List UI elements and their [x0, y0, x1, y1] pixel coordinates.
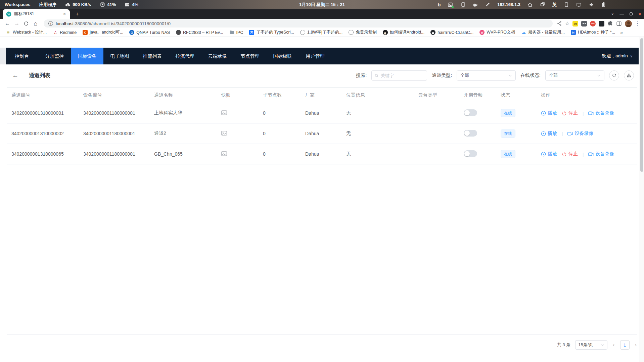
table-header-row: 通道编号 设备编号 通道名称 快照 子节点数 厂家 位置信息 云台类型 开启音频… [7, 88, 637, 103]
play-button[interactable]: 播放 [541, 151, 557, 157]
device-record-button[interactable]: 设备录像 [588, 151, 614, 157]
bookmark-item[interactable]: Cjava、android可... [80, 29, 126, 36]
home-tray-icon[interactable] [527, 2, 533, 7]
nav-item-e-map[interactable]: 电子地图 [103, 48, 136, 64]
extension-mask-icon[interactable] [581, 21, 587, 27]
play-button[interactable]: 播放 [541, 110, 557, 116]
bookmark-item[interactable]: 1.8W字|了不起的... [298, 29, 345, 36]
memory-indicator[interactable]: 4% [125, 2, 138, 7]
channel-type-select[interactable]: 全部 [457, 70, 516, 81]
reload-button[interactable] [22, 19, 30, 28]
nav-item-console[interactable]: 控制台 [6, 48, 38, 64]
snapshot-thumbnail[interactable] [221, 110, 227, 115]
nav-item-cloud-record[interactable]: 云端录像 [201, 48, 234, 64]
windows-switcher-icon[interactable] [540, 2, 545, 7]
input-method-indicator[interactable]: 英 [552, 2, 557, 8]
snapshot-thumbnail[interactable] [221, 131, 227, 136]
phone-link-icon[interactable] [564, 2, 569, 7]
nav-item-node-manage[interactable]: 节点管理 [234, 48, 266, 64]
device-record-button[interactable]: 设备录像 [588, 110, 614, 116]
net-speed-indicator[interactable]: 900 KB/s [65, 2, 91, 7]
cell-channel-name: 通道2 [154, 131, 221, 137]
prev-page-button[interactable]: ‹ [612, 342, 615, 348]
refresh-button[interactable] [609, 70, 619, 81]
volume-icon[interactable] [589, 2, 594, 7]
bookmark-item[interactable]: ∴Redmine [50, 29, 79, 36]
snapshot-thumbnail[interactable] [221, 151, 227, 156]
cell-location: 无 [346, 131, 418, 137]
bookmark-star-icon[interactable]: ☆ [565, 20, 569, 27]
tab-search-chevron-icon[interactable]: ∨ [611, 12, 614, 16]
home-button[interactable]: ⌂ [32, 19, 40, 28]
user-menu[interactable]: 欢迎，admin ∨ [602, 48, 633, 64]
page-back-button[interactable]: ← [12, 72, 18, 79]
tab-close-icon[interactable]: × [62, 11, 67, 16]
scrollbar-thumb[interactable] [640, 38, 643, 172]
profile-avatar[interactable] [625, 20, 632, 27]
extension-js-icon[interactable]: JS [572, 21, 578, 27]
bookmarks-overflow-chevron[interactable]: » [620, 30, 623, 35]
window-close-button[interactable]: × [638, 12, 641, 16]
bookmark-item[interactable]: RFC2833 – RTP Ev... [174, 29, 226, 36]
bing-tray-icon[interactable]: b [438, 2, 441, 7]
bookmark-item[interactable]: QQNAP Turbo NAS [127, 29, 172, 36]
photos-tray-icon[interactable] [448, 2, 453, 7]
bookmark-item[interactable]: ☁服务器 - 轻量应用... [519, 29, 567, 36]
audio-toggle[interactable] [464, 109, 477, 116]
cpu-indicator[interactable]: 41% [100, 2, 116, 7]
next-page-button[interactable]: › [634, 342, 637, 348]
address-bar[interactable]: i localhost:38080/#/channelList/34020000… [44, 19, 553, 28]
share-icon[interactable] [557, 21, 562, 26]
ip-address[interactable]: 192.168.1.3 [497, 2, 520, 7]
back-button[interactable]: ← [3, 19, 11, 28]
tree-icon [627, 73, 631, 78]
bookmark-item[interactable]: hairrrrr/C-CrashC... [428, 29, 476, 36]
coffee-tray-icon[interactable] [472, 2, 478, 7]
bookmark-item[interactable]: 免登录复制 [346, 29, 379, 36]
device-record-button[interactable]: 设备录像 [567, 131, 593, 137]
extensions-puzzle-icon[interactable] [607, 21, 613, 27]
side-panel-icon[interactable] [616, 21, 622, 27]
display-tray-icon[interactable] [576, 2, 582, 7]
audio-toggle[interactable] [464, 150, 477, 157]
search-input[interactable] [381, 73, 424, 78]
window-restore-button[interactable] [630, 12, 633, 15]
nav-item-user-manage[interactable]: 用户管理 [299, 48, 331, 64]
nav-item-gb-cascade[interactable]: 国标级联 [266, 48, 299, 64]
bookmark-item[interactable]: 如何编译Android... [380, 29, 427, 36]
video-camera-icon [588, 111, 594, 115]
current-page-button[interactable]: 1 [620, 340, 630, 350]
cloud-download-icon [65, 2, 71, 7]
browser-tab[interactable]: 国标28181 × [3, 9, 70, 19]
nav-item-gb-devices[interactable]: 国标设备 [71, 48, 103, 64]
bookmark-item[interactable]: WWVP-PRO文档 [477, 29, 517, 36]
bookmark-item[interactable]: ≡Webstack - 设计... [3, 29, 49, 36]
site-info-icon[interactable]: i [48, 21, 53, 26]
nav-item-split-monitor[interactable]: 分屏监控 [38, 48, 71, 64]
nav-item-push-list[interactable]: 推流列表 [136, 48, 169, 64]
bookmark-item[interactable]: 知了不起的 TypeScri... [247, 29, 296, 36]
nav-item-pull-proxy[interactable]: 拉流代理 [169, 48, 201, 64]
bookmark-folder[interactable]: IPC [227, 29, 246, 36]
bookmark-item[interactable]: NHDAtmos :: 种子 *... [568, 29, 617, 36]
forward-button[interactable]: → [13, 19, 21, 28]
page-scrollbar[interactable] [639, 37, 644, 362]
extension-dark-icon[interactable] [599, 21, 604, 27]
audio-toggle[interactable] [464, 130, 477, 137]
new-tab-button[interactable]: + [74, 10, 81, 18]
page-size-select[interactable]: 15条/页 [575, 340, 607, 350]
tool-tray-icon[interactable] [485, 2, 490, 7]
battery-icon[interactable] [601, 2, 606, 7]
clipboard-tray-icon[interactable] [460, 2, 465, 7]
workspaces-button[interactable]: Workspaces [5, 2, 30, 7]
extension-adblock-icon[interactable]: — [590, 21, 596, 27]
online-status-select[interactable]: 全部 [545, 70, 604, 81]
browser-menu-kebab-icon[interactable]: ⋮ [635, 20, 640, 27]
tree-view-button[interactable] [624, 70, 634, 81]
window-minimize-button[interactable]: — [619, 12, 624, 16]
play-button[interactable]: 播放 [541, 131, 557, 137]
stop-button[interactable]: 停止 [562, 110, 578, 116]
applications-button[interactable]: 应用程序 [39, 2, 56, 8]
chevron-down-icon [597, 74, 601, 77]
stop-button[interactable]: 停止 [562, 151, 578, 157]
